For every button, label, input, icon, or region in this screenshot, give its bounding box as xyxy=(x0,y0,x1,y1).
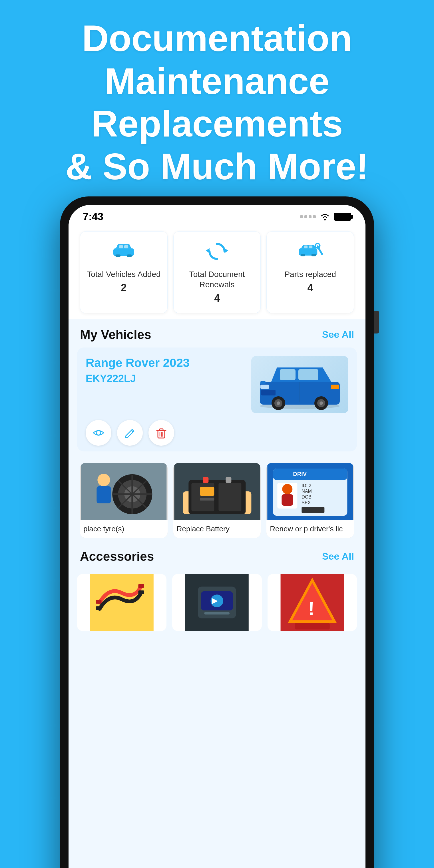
svg-point-30 xyxy=(96,431,101,435)
stat-value-renewals: 4 xyxy=(214,292,220,304)
stat-card-vehicles: Total Vehicles Added 2 xyxy=(80,231,167,313)
svg-rect-18 xyxy=(299,369,318,380)
phone-frame: 7:43 xyxy=(60,196,374,868)
stat-value-parts: 4 xyxy=(308,282,313,294)
svg-point-63 xyxy=(282,484,293,494)
svg-rect-54 xyxy=(200,487,214,496)
status-icons xyxy=(300,212,351,221)
quick-actions-row: place tyre(s) xyxy=(68,457,366,544)
my-vehicles-header: My Vehicles See All xyxy=(68,319,366,347)
my-vehicles-title: My Vehicles xyxy=(80,328,151,342)
svg-rect-12 xyxy=(309,246,312,248)
accessories-see-all[interactable]: See All xyxy=(322,551,354,562)
svg-rect-53 xyxy=(218,483,241,512)
quick-action-license[interactable]: DRIV ID: 2 NAM DOB SEX xyxy=(267,463,354,538)
stat-value-vehicles: 2 xyxy=(121,282,126,294)
svg-text:!: ! xyxy=(308,598,314,619)
quick-action-tyre[interactable]: place tyre(s) xyxy=(80,463,167,538)
stats-row: Total Vehicles Added 2 Total Document Re… xyxy=(68,225,366,319)
battery-image xyxy=(173,463,261,520)
accessories-grid: ▶ ! xyxy=(68,574,366,643)
car-icon xyxy=(111,240,136,265)
range-rover-svg xyxy=(254,359,345,410)
svg-rect-80 xyxy=(205,612,230,615)
svg-rect-2 xyxy=(116,254,121,257)
svg-rect-21 xyxy=(261,390,276,396)
stat-label-parts: Parts replaced xyxy=(284,269,336,280)
svg-rect-9 xyxy=(300,254,305,256)
svg-rect-57 xyxy=(225,477,231,483)
stat-card-parts: Parts replaced 4 xyxy=(267,231,354,313)
license-image: DRIV ID: 2 NAM DOB SEX xyxy=(267,463,354,520)
accessory-card-2[interactable]: ▶ xyxy=(172,574,261,631)
svg-rect-64 xyxy=(282,494,293,506)
svg-rect-71 xyxy=(96,600,102,603)
svg-text:DRIV: DRIV xyxy=(293,471,307,477)
svg-text:ID: 2: ID: 2 xyxy=(302,483,311,488)
battery-icon xyxy=(334,213,351,221)
stat-label-renewals: Total Document Renewals xyxy=(179,269,255,290)
delete-button[interactable] xyxy=(149,420,174,446)
car-wrench-icon xyxy=(298,240,323,265)
svg-rect-69 xyxy=(302,507,324,513)
accessory-card-1[interactable] xyxy=(77,574,166,631)
svg-rect-11 xyxy=(304,246,308,248)
signal-dots xyxy=(300,215,316,218)
svg-rect-5 xyxy=(124,245,128,248)
svg-rect-17 xyxy=(280,369,296,380)
hero-section: Documentation Maintenance Replacements &… xyxy=(0,0,434,196)
phone-screen: 7:43 xyxy=(68,205,366,868)
hero-headline: Documentation Maintenance Replacements &… xyxy=(23,17,411,188)
svg-rect-10 xyxy=(311,254,316,256)
svg-rect-20 xyxy=(331,384,339,389)
svg-marker-7 xyxy=(206,248,210,253)
svg-rect-29 xyxy=(260,381,266,384)
svg-rect-56 xyxy=(203,477,209,483)
svg-rect-55 xyxy=(200,498,214,500)
accessories-title: Accessories xyxy=(80,549,154,564)
edit-button[interactable] xyxy=(117,420,143,446)
hero-text: Documentation Maintenance Replacements &… xyxy=(0,0,434,196)
vehicle-image xyxy=(251,356,348,413)
svg-rect-3 xyxy=(127,254,132,257)
status-bar: 7:43 xyxy=(68,205,366,225)
svg-point-24 xyxy=(277,401,280,405)
svg-marker-6 xyxy=(224,248,228,253)
phone-wrapper: 7:43 xyxy=(0,196,434,868)
svg-text:NAM: NAM xyxy=(302,489,312,494)
svg-text:SEX: SEX xyxy=(302,500,311,505)
vehicle-info: Range Rover 2023 EKY222LJ xyxy=(86,356,251,384)
svg-rect-40 xyxy=(96,486,111,503)
battery-label: Replace Battery xyxy=(173,520,261,538)
tyre-image xyxy=(80,463,167,520)
svg-rect-34 xyxy=(160,429,163,431)
my-vehicles-see-all[interactable]: See All xyxy=(322,329,354,340)
svg-rect-73 xyxy=(138,584,144,588)
quick-action-battery[interactable]: Replace Battery xyxy=(173,463,261,538)
tyre-label: place tyre(s) xyxy=(80,520,167,538)
svg-rect-74 xyxy=(138,590,144,594)
svg-rect-72 xyxy=(96,606,102,610)
svg-rect-60 xyxy=(273,469,347,480)
svg-text:DOB: DOB xyxy=(302,495,312,499)
svg-rect-4 xyxy=(119,245,123,248)
accessory-card-3[interactable]: ! xyxy=(268,574,357,631)
svg-rect-84 xyxy=(294,623,330,629)
license-label: Renew or p driver's lic xyxy=(267,520,354,538)
vehicle-card: Range Rover 2023 EKY222LJ xyxy=(77,347,357,452)
svg-point-27 xyxy=(319,401,323,405)
vehicle-name: Range Rover 2023 xyxy=(86,356,251,370)
wifi-icon xyxy=(319,212,331,221)
vehicle-plate: EKY222LJ xyxy=(86,373,251,384)
svg-point-0 xyxy=(324,219,326,220)
stat-card-renewals: Total Document Renewals 4 xyxy=(173,231,261,313)
accessories-header: Accessories See All xyxy=(68,544,366,569)
svg-rect-19 xyxy=(260,384,269,389)
vehicle-actions xyxy=(86,420,348,446)
svg-text:▶: ▶ xyxy=(212,597,218,604)
svg-point-39 xyxy=(97,474,110,486)
view-button[interactable] xyxy=(86,420,111,446)
stat-label-vehicles: Total Vehicles Added xyxy=(87,269,160,280)
refresh-icon xyxy=(204,240,230,265)
status-time: 7:43 xyxy=(83,211,103,223)
